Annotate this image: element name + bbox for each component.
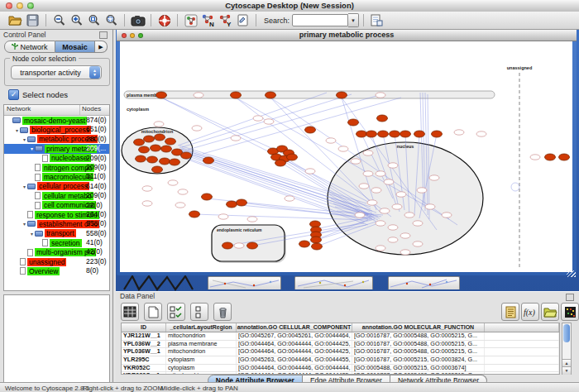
- network-node-selected[interactable]: [275, 160, 286, 166]
- network-node[interactable]: [413, 241, 423, 246]
- table-column-header[interactable]: _cellularLayoutRegion: [166, 323, 237, 332]
- network-node-selected[interactable]: [356, 131, 367, 137]
- table-column-header[interactable]: ID: [122, 323, 166, 332]
- tab-overflow-arrow[interactable]: ▶: [95, 41, 108, 53]
- network-node[interactable]: [234, 243, 244, 248]
- background-network-window[interactable]: [294, 276, 373, 289]
- tree-row[interactable]: ▾establishment of lo558(0): [4, 219, 109, 228]
- network-node-selected[interactable]: [152, 166, 163, 173]
- network-node-selected[interactable]: [247, 242, 258, 249]
- scroll-down-arrow[interactable]: ▼: [562, 366, 571, 375]
- network-node[interactable]: [442, 213, 452, 218]
- network-node-selected[interactable]: [203, 157, 214, 164]
- network-node[interactable]: [417, 188, 427, 193]
- frame-resize-grip[interactable]: [567, 270, 576, 277]
- network-node-selected[interactable]: [181, 152, 192, 159]
- close-window-button[interactable]: [6, 2, 12, 9]
- save-icon[interactable]: [26, 13, 41, 28]
- expand-triangle-icon[interactable]: ▾: [22, 184, 27, 189]
- node-color-combo[interactable]: transporter activity ▲▼: [11, 65, 102, 79]
- network-node-selected[interactable]: [299, 241, 310, 247]
- table-column-header[interactable]: annotation.GO CELLULAR_COMPONENT: [237, 323, 352, 332]
- network-canvas[interactable]: plasma membranecytoplasmmitochondrionnuc…: [120, 41, 572, 272]
- network-node-selected[interactable]: [160, 158, 170, 165]
- delete-attribute-icon[interactable]: [213, 303, 232, 321]
- tree-row[interactable]: cell communicat22(0): [4, 201, 109, 210]
- network-node-selected[interactable]: [390, 131, 400, 137]
- network-node[interactable]: [367, 200, 377, 205]
- network-node[interactable]: [359, 184, 369, 189]
- network-node-selected[interactable]: [151, 145, 161, 151]
- annotation-icon[interactable]: [236, 13, 251, 28]
- table-row[interactable]: YJR121W__1mitochondrion[GO:0045267, GO:0…: [122, 332, 559, 341]
- tree-col-network[interactable]: Network: [4, 105, 80, 115]
- tree-row[interactable]: ▾cellular process614(0): [4, 182, 109, 191]
- minimize-window-button[interactable]: [17, 2, 23, 9]
- network-node[interactable]: [142, 186, 152, 191]
- network-node-selected[interactable]: [559, 154, 570, 160]
- network-node[interactable]: [400, 250, 410, 255]
- vizmapper-icon[interactable]: N: [201, 13, 216, 28]
- table-row[interactable]: YPL036W__1mitochondrion[GO:0044464, GO:0…: [122, 348, 559, 356]
- scrollbar-thumb[interactable]: [563, 324, 570, 342]
- zoom-in-icon[interactable]: [69, 13, 84, 28]
- expand-triangle-icon[interactable]: ▾: [22, 136, 27, 142]
- network-node-selected[interactable]: [202, 194, 213, 200]
- open-icon[interactable]: [8, 13, 23, 28]
- tree-row[interactable]: ▾biological_process651(0): [4, 125, 109, 134]
- birdseye-view-panel[interactable]: [3, 294, 110, 392]
- tab-network[interactable]: Network: [4, 41, 55, 53]
- network-node-selected[interactable]: [378, 131, 389, 137]
- network-node[interactable]: [142, 201, 152, 206]
- help-icon[interactable]: [157, 13, 172, 28]
- new-attribute-icon[interactable]: [144, 303, 162, 321]
- network-node[interactable]: [326, 138, 336, 143]
- float-data-panel-icon[interactable]: [566, 294, 574, 301]
- network-node[interactable]: [355, 213, 365, 218]
- attribute-list-icon[interactable]: [501, 303, 519, 321]
- network-node[interactable]: [404, 213, 414, 218]
- tree-row[interactable]: cellular metabo209(0): [4, 191, 109, 200]
- zoom-selected-icon[interactable]: [87, 13, 102, 28]
- tree-col-nodes[interactable]: Nodes: [80, 105, 109, 115]
- tree-row[interactable]: secretion41(0): [4, 238, 109, 247]
- network-node-selected[interactable]: [266, 92, 276, 98]
- import-attributes-icon[interactable]: [541, 303, 559, 321]
- network-node[interactable]: [264, 119, 274, 124]
- frame-zoom-button[interactable]: [138, 33, 143, 38]
- tree-row[interactable]: macromolecule311(0): [4, 172, 109, 181]
- formula-builder-icon[interactable]: f(x): [521, 303, 539, 321]
- search-dropdown-arrow-icon[interactable]: ▼: [348, 13, 359, 27]
- network-node[interactable]: [363, 171, 373, 176]
- tree-row[interactable]: Overview8(0): [4, 266, 109, 275]
- network-node-selected[interactable]: [348, 119, 359, 126]
- network-node-selected[interactable]: [366, 131, 377, 137]
- zoom-fit-icon[interactable]: [104, 13, 119, 28]
- background-network-window[interactable]: [122, 275, 201, 291]
- network-node-selected[interactable]: [231, 92, 242, 98]
- network-node-selected[interactable]: [287, 154, 298, 160]
- matrix-view-icon[interactable]: [561, 303, 579, 321]
- network-node[interactable]: [400, 233, 410, 238]
- network-node[interactable]: [376, 93, 385, 98]
- network-node[interactable]: [376, 171, 385, 176]
- expand-triangle-icon[interactable]: ▾: [22, 221, 27, 227]
- frame-minimize-button[interactable]: [130, 33, 135, 38]
- attribute-grid-icon[interactable]: [121, 303, 139, 321]
- network-node[interactable]: [247, 217, 257, 222]
- network-node[interactable]: [388, 237, 398, 242]
- network-node[interactable]: [194, 93, 203, 98]
- tree-row[interactable]: mosaic-demo-yeast874(0): [4, 116, 109, 125]
- network-node-selected[interactable]: [161, 146, 172, 152]
- zoom-out-icon[interactable]: [52, 13, 67, 28]
- network-node[interactable]: [376, 246, 385, 251]
- expand-triangle-icon[interactable]: ▾: [14, 127, 20, 133]
- network-node-selected[interactable]: [136, 155, 146, 162]
- network-node[interactable]: [168, 180, 178, 185]
- network-node[interactable]: [175, 203, 185, 208]
- network-node[interactable]: [351, 159, 361, 164]
- frame-close-button[interactable]: [122, 33, 127, 38]
- unselect-attributes-icon[interactable]: [190, 303, 208, 321]
- table-scrollbar[interactable]: ▲ ▼: [562, 323, 572, 375]
- network-node-selected[interactable]: [156, 92, 167, 98]
